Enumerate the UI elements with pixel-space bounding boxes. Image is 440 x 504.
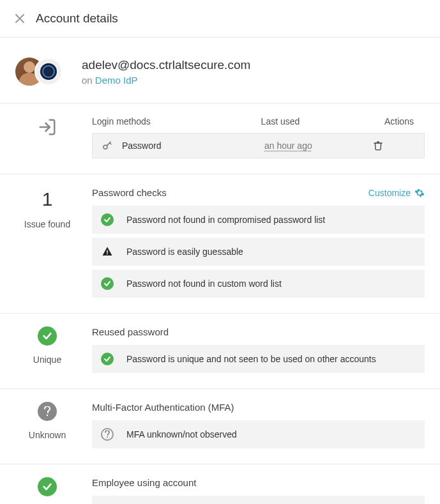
password-checks-section: 1 Issue found Password checks Customize … [0, 174, 440, 313]
svg-rect-5 [107, 254, 108, 255]
question-icon [101, 428, 114, 441]
login-methods-section: Login methods Last used Actions Password… [0, 103, 440, 174]
unique-label: Unique [33, 355, 61, 365]
password-checks-title: Password checks [92, 187, 167, 198]
panel-header: Account details [0, 0, 440, 38]
key-icon [102, 140, 113, 151]
employee-title: Employee using account [92, 477, 425, 488]
mfa-text: MFA unknown/not observed [126, 429, 237, 439]
mfa-section: Unknown Multi-Factor Authentication (MFA… [0, 388, 440, 464]
col-header-method: Login methods [92, 116, 261, 126]
customize-link[interactable]: Customize [368, 188, 425, 198]
employee-row: adelev@docs.ctrlaltsecure.com last used:… [92, 496, 425, 504]
reused-title: Reused password [92, 326, 425, 337]
check-ok-icon [101, 277, 114, 290]
reused-password-section: Unique Reused password Password is uniqu… [0, 313, 440, 388]
check-ok-icon [101, 353, 114, 365]
login-icon [38, 118, 57, 137]
password-check-row: Password not found in custom word list [92, 270, 425, 298]
unique-badge-icon [38, 326, 57, 346]
unknown-badge-icon [38, 402, 57, 421]
issue-count: 1 [42, 188, 53, 210]
account-idp: on Demo IdP [82, 75, 425, 86]
org-avatar-icon [34, 57, 63, 86]
warning-icon [101, 245, 114, 258]
check-ok-icon [101, 213, 114, 226]
check-text: Password not found in compromised passwo… [126, 215, 325, 225]
account-email: adelev@docs.ctrlaltsecure.com [82, 58, 425, 72]
check-text: Password not found in custom word list [126, 279, 282, 289]
login-table-header: Login methods Last used Actions [92, 116, 425, 126]
reused-status-row: Password is unique and not seen to be us… [92, 345, 425, 373]
login-method-name: Password [122, 141, 161, 151]
password-check-row: Password not found in compromised passwo… [92, 206, 425, 234]
col-header-actions: Actions [374, 116, 425, 126]
svg-point-7 [107, 437, 108, 438]
check-text: Password is easily guessable [126, 247, 243, 257]
unknown-label: Unknown [29, 430, 66, 440]
not-shared-badge-icon [38, 477, 57, 496]
delete-icon[interactable] [373, 141, 415, 151]
account-summary: adelev@docs.ctrlaltsecure.com on Demo Id… [0, 38, 440, 103]
mfa-title: Multi-Factor Authentication (MFA) [92, 402, 425, 413]
login-method-row: Password an hour ago [92, 133, 425, 158]
gear-icon [414, 188, 425, 198]
col-header-lastused: Last used [261, 116, 374, 126]
mfa-status-row: MFA unknown/not observed [92, 420, 425, 448]
password-check-row: Password is easily guessable [92, 238, 425, 266]
employee-section: Not shared Employee using account adelev… [0, 464, 440, 504]
issue-count-label: Issue found [24, 219, 70, 229]
login-method-lastused: an hour ago [264, 141, 373, 151]
page-title: Account details [36, 11, 118, 26]
svg-point-6 [47, 415, 48, 416]
svg-rect-4 [107, 250, 108, 254]
reused-text: Password is unique and not seen to be us… [126, 354, 376, 364]
svg-line-3 [110, 143, 111, 144]
idp-link[interactable]: Demo IdP [95, 75, 138, 86]
avatar-group [15, 56, 66, 88]
close-icon[interactable] [15, 14, 24, 23]
